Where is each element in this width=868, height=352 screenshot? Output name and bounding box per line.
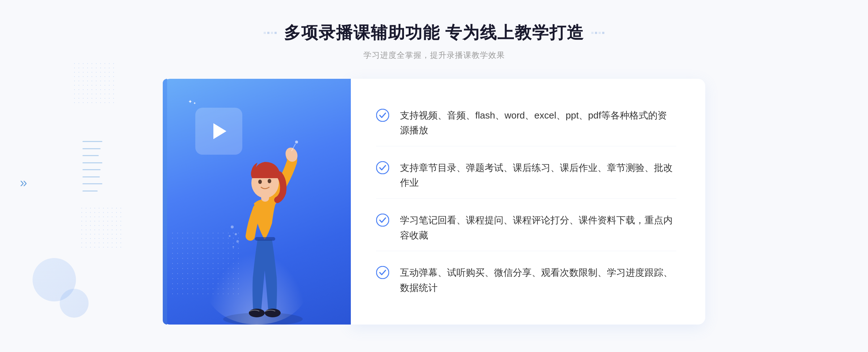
svg-point-19	[376, 266, 389, 279]
svg-point-12	[237, 240, 239, 243]
blue-side-bar	[163, 79, 167, 325]
page-container: » 多项录播课辅助功能 专为线上教学打造 学习进度全掌握，提升录播课教学效果	[0, 0, 868, 352]
features-panel: 支持视频、音频、flash、word、excel、ppt、pdf等各种格式的资源…	[351, 79, 705, 325]
stripes-decoration	[82, 141, 104, 192]
svg-point-4	[258, 180, 262, 184]
svg-point-9	[231, 226, 234, 228]
check-icon-3	[376, 214, 389, 227]
svg-point-10	[235, 233, 237, 235]
svg-point-13	[233, 246, 234, 248]
title-decoration-right	[591, 32, 604, 34]
feature-item-3: 学习笔记回看、课程提问、课程评论打分、课件资料下载，重点内容收藏	[376, 205, 676, 251]
feature-text-2: 支持章节目录、弹题考试、课后练习、课后作业、章节测验、批改作业	[400, 160, 676, 190]
person-illustration	[201, 111, 324, 325]
dots-decoration-bottom	[80, 206, 123, 249]
page-subtitle: 学习进度全掌握，提升录播课教学效果	[264, 50, 605, 61]
title-decoration-left	[264, 32, 277, 34]
svg-point-17	[376, 162, 389, 174]
title-row: 多项录播课辅助功能 专为线上教学打造	[264, 22, 605, 44]
svg-rect-8	[255, 237, 275, 241]
check-icon-4	[376, 266, 389, 279]
feature-item-1: 支持视频、音频、flash、word、excel、ppt、pdf等各种格式的资源…	[376, 100, 676, 146]
header-section: 多项录播课辅助功能 专为线上教学打造 学习进度全掌握，提升录播课教学效果	[264, 22, 605, 61]
circle-decoration-2	[60, 289, 89, 318]
svg-point-5	[268, 179, 271, 183]
check-icon-1	[376, 109, 389, 122]
check-icon-2	[376, 161, 389, 174]
illustration-panel: ✦ ✦	[163, 79, 351, 325]
svg-point-11	[229, 235, 231, 237]
star-decoration-1: ✦	[188, 99, 192, 104]
feature-item-4: 互动弹幕、试听购买、微信分享、观看次数限制、学习进度跟踪、数据统计	[376, 257, 676, 303]
star-decoration-2: ✦	[193, 101, 196, 105]
svg-point-16	[376, 109, 389, 121]
dots-decoration-top	[72, 61, 116, 105]
svg-point-15	[295, 141, 298, 143]
chevron-left-decoration: »	[20, 175, 27, 190]
page-title: 多项录播课辅助功能 专为线上教学打造	[284, 22, 584, 44]
svg-point-18	[376, 214, 389, 226]
feature-text-1: 支持视频、音频、flash、word、excel、ppt、pdf等各种格式的资源…	[400, 108, 676, 138]
feature-text-3: 学习笔记回看、课程提问、课程评论打分、课件资料下载，重点内容收藏	[400, 213, 676, 243]
main-content: ✦ ✦	[163, 79, 705, 325]
feature-item-2: 支持章节目录、弹题考试、课后练习、课后作业、章节测验、批改作业	[376, 153, 676, 199]
feature-text-4: 互动弹幕、试听购买、微信分享、观看次数限制、学习进度跟踪、数据统计	[400, 265, 676, 295]
